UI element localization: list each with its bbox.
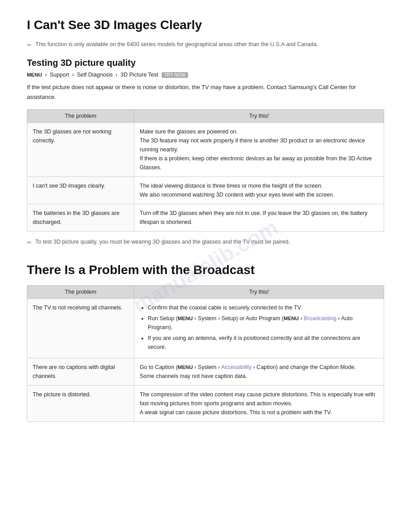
solution-bullets: Confirm that the coaxial cable is secure… (140, 303, 378, 352)
table-row: The 3D glasses are not working correctly… (27, 122, 384, 176)
problem-cell: I can't see 3D images clearly. (27, 176, 134, 204)
intro-text: If the test picture does not appear or t… (27, 82, 384, 102)
note-icon: ✏ (27, 41, 32, 50)
solution-cell: The ideal viewing distance is three time… (134, 176, 384, 204)
subsection-title: Testing 3D picture quality (27, 58, 384, 68)
problem-cell: The batteries in the 3D glasses are disc… (27, 204, 134, 231)
problem-cell: The picture is distorted. (27, 386, 134, 422)
section-broadcast: There Is a Problem with the Broadcast Th… (27, 263, 384, 422)
3d-problems-table: The problem Try this! The 3D glasses are… (27, 109, 384, 232)
broadcast-problems-table: The problem Try this! The TV is not rece… (27, 285, 384, 422)
section1-title: I Can't See 3D Images Clearly (27, 18, 384, 32)
list-item: Run Setup (MENU › System › Setup) or Aut… (148, 314, 378, 332)
problem-cell: The TV is not receiving all channels. (27, 299, 134, 358)
section-3d-images: I Can't See 3D Images Clearly ✏ This fun… (27, 18, 384, 247)
broadcast-col2-header: Try this! (134, 286, 384, 299)
solution-cell: The compression of the video content may… (134, 386, 384, 422)
table-row: The picture is distorted. The compressio… (27, 386, 384, 422)
solution-cell: Go to Caption (MENU › System › Accessibi… (134, 358, 384, 386)
breadcrumb: MENU › Support › Self Diagnosis › 3D Pic… (27, 72, 384, 78)
problem-cell: The 3D glasses are not working correctly… (27, 122, 134, 176)
table-row: There are no captions with digital chann… (27, 358, 384, 386)
list-item: If you are using an antenna, verify it i… (148, 334, 378, 352)
section2-title: There Is a Problem with the Broadcast (27, 263, 384, 277)
table-row: I can't see 3D images clearly. The ideal… (27, 176, 384, 204)
try-now-badge[interactable]: TRY NOW (162, 72, 188, 78)
problem-cell: There are no captions with digital chann… (27, 358, 134, 386)
broadcast-col1-header: The problem (27, 286, 134, 299)
solution-cell: Make sure the glasses are powered on. Th… (134, 122, 384, 176)
table-col2-header: Try this! (134, 109, 384, 122)
table-row: The TV is not receiving all channels. Co… (27, 299, 384, 358)
section1-note: ✏ This function is only available on the… (27, 40, 384, 50)
table-row: The batteries in the 3D glasses are disc… (27, 204, 384, 231)
table-col1-header: The problem (27, 109, 134, 122)
subsection-3d-test: Testing 3D picture quality MENU › Suppor… (27, 58, 384, 247)
note-icon-footer: ✏ (27, 238, 32, 247)
list-item: Confirm that the coaxial cable is secure… (148, 303, 378, 312)
footer-note: ✏ To test 3D picture quality, you must b… (27, 238, 384, 247)
solution-cell: Turn off the 3D glasses when they are no… (134, 204, 384, 231)
solution-cell: Confirm that the coaxial cable is secure… (134, 299, 384, 358)
